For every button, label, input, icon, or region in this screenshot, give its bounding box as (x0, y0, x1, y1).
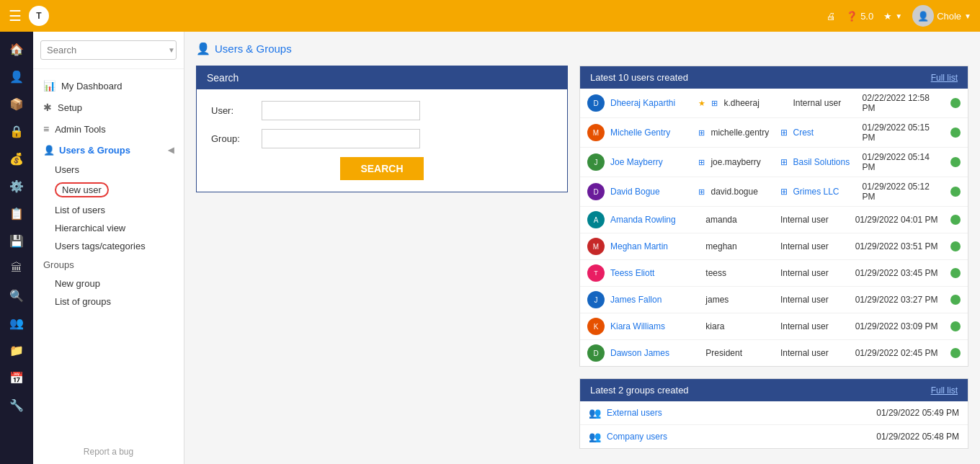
hamburger-icon[interactable]: ☰ (9, 7, 22, 24)
table-row[interactable]: M Michelle Gentry⊞ michelle.gentry ⊞ Cre… (580, 118, 968, 148)
icon-bar-group[interactable]: 👥 (2, 310, 31, 336)
table-row[interactable]: D Dheeraj Kaparthi★⊞ k.dheeraj Internal … (580, 89, 968, 118)
icon-bar: 🏠 👤 📦 🔒 💰 ⚙️ 📋 💾 🏛 🔍 👥 📁 📅 🔧 (0, 32, 33, 464)
latest-users-header: Latest 10 users created Full list (580, 66, 968, 89)
sidebar-sub-tags[interactable]: Users tags/categories (33, 237, 184, 255)
icon-bar-packages[interactable]: 📦 (2, 91, 31, 117)
user-login: james (705, 295, 775, 305)
avatar: D (587, 344, 605, 362)
search-button[interactable]: SEARCH (340, 157, 423, 180)
table-row[interactable]: D Dawson James President Internal user 0… (580, 340, 968, 366)
company-icon: ⊞ (780, 187, 788, 197)
section-title-label: Users & Groups (59, 145, 130, 156)
table-row[interactable]: D David Bogue⊞ david.bogue ⊞ Grimes LLC … (580, 177, 968, 207)
user-date: 01/29/2022 05:12 PM (863, 182, 945, 202)
latest-users-title: Latest 10 users created (590, 72, 688, 83)
list-item[interactable]: 👥 External users 01/29/2022 05:49 PM (580, 401, 968, 425)
user-type: Internal user (780, 295, 850, 305)
user-name[interactable]: Dawson James (610, 348, 700, 358)
user-type: Internal user (780, 321, 850, 331)
sidebar-item-admin-tools[interactable]: ≡ Admin Tools (33, 118, 184, 140)
sidebar-search-box[interactable]: ▼ (40, 40, 177, 60)
icon-bar-save[interactable]: 💾 (2, 228, 31, 254)
content-area: 👤 Users & Groups Search User: (184, 32, 980, 464)
user-name[interactable]: Kiara Williams (610, 321, 700, 331)
icon-bar-search[interactable]: 🔍 (2, 282, 31, 308)
breadcrumb: 👤 Users & Groups (196, 42, 968, 55)
user-status-badge (950, 295, 961, 305)
user-type: Internal user (793, 98, 857, 108)
table-row[interactable]: M Meghan Martin meghan Internal user 01/… (580, 233, 968, 260)
new-user-highlight: New user (55, 182, 109, 197)
sidebar-sub-hierarchical[interactable]: Hierarchical view (33, 219, 184, 237)
dashboard-icon: 📊 (43, 80, 55, 92)
user-status-badge (950, 98, 961, 108)
table-row[interactable]: J Joe Mayberry⊞ joe.mayberry ⊞ Basil Sol… (580, 148, 968, 177)
user-search-label: User: (211, 105, 254, 116)
table-row[interactable]: T Teess Eliott teess Internal user 01/29… (580, 260, 968, 287)
sidebar-sub-new-group[interactable]: New group (33, 275, 184, 293)
icon-bar-settings[interactable]: ⚙️ (2, 173, 31, 199)
group-search-input[interactable] (262, 129, 420, 148)
help-circle: ❓ (846, 11, 858, 22)
group-name[interactable]: Company users (607, 432, 870, 442)
user-name[interactable]: Dheeraj Kaparthi (610, 98, 692, 108)
sidebar-sub-users[interactable]: Users (33, 161, 184, 179)
sidebar-item-dashboard[interactable]: 📊 My Dashboard (33, 75, 184, 97)
print-icon[interactable]: 🖨 (827, 11, 836, 22)
icon-bar-lock[interactable]: 🔒 (2, 118, 31, 144)
user-name[interactable]: David Bogue (610, 187, 692, 197)
group-icon: 👥 (589, 431, 601, 442)
user-login: kiara (705, 321, 775, 331)
search-dropdown-arrow[interactable]: ▼ (168, 46, 175, 54)
user-login: meghan (705, 241, 775, 251)
avatar: T (587, 264, 605, 282)
sidebar-item-setup[interactable]: ✱ Setup (33, 97, 184, 118)
user-login: teess (705, 268, 775, 278)
user-type: Basil Solutions (793, 157, 857, 167)
sidebar-sub-list-users[interactable]: List of users (33, 201, 184, 219)
sidebar-sub-list-groups[interactable]: List of groups (33, 293, 184, 311)
icon-bar-list[interactable]: 📋 (2, 200, 31, 226)
list-item[interactable]: 👥 Company users 01/29/2022 05:48 PM (580, 425, 968, 448)
user-name[interactable]: Amanda Rowling (610, 215, 700, 225)
icon-bar-home[interactable]: 🏠 (2, 36, 31, 62)
sidebar-section-users-groups[interactable]: 👤 Users & Groups ◀ (33, 140, 184, 161)
user-date: 01/29/2022 03:51 PM (855, 241, 945, 251)
icon-bar-wrench[interactable]: 🔧 (2, 392, 31, 418)
user-type: Grimes LLC (793, 187, 857, 197)
groups-full-list-link[interactable]: Full list (931, 385, 958, 396)
user-name-label: Chole (937, 11, 961, 22)
table-row[interactable]: J James Fallon james Internal user 01/29… (580, 287, 968, 313)
icon-bar-folder[interactable]: 📁 (2, 337, 31, 363)
report-bug-link[interactable]: Report a bug (33, 440, 184, 464)
table-row[interactable]: A Amanda Rowling amanda Internal user 01… (580, 207, 968, 233)
user-name[interactable]: Meghan Martin (610, 241, 700, 251)
latest-groups-panel: Latest 2 groups created Full list 👥 Exte… (579, 378, 968, 449)
icon-bar-users[interactable]: 👤 (2, 63, 31, 89)
users-full-list-link[interactable]: Full list (931, 73, 958, 83)
icon-bar-building[interactable]: 🏛 (2, 255, 31, 281)
icon-bar-money[interactable]: 💰 (2, 146, 31, 171)
sidebar-search-input[interactable] (47, 45, 168, 55)
right-panels: Latest 10 users created Full list D Dhee… (579, 66, 968, 449)
group-search-label: Group: (211, 133, 254, 144)
help-icon[interactable]: ❓ 5.0 (846, 11, 873, 22)
user-name[interactable]: James Fallon (610, 295, 700, 305)
user-type: Internal user (780, 348, 850, 358)
icon-bar-calendar[interactable]: 📅 (2, 365, 31, 391)
user-menu[interactable]: 👤 Chole ▼ (912, 5, 971, 27)
user-name[interactable]: Teess Eliott (610, 268, 700, 278)
user-name[interactable]: Michelle Gentry (610, 128, 692, 138)
search-panel-header: Search (197, 66, 567, 89)
user-status-badge (950, 268, 961, 278)
sidebar-sub-new-user[interactable]: New user (33, 179, 184, 201)
user-status-badge (950, 128, 961, 138)
user-type: Internal user (780, 215, 850, 225)
group-name[interactable]: External users (607, 408, 870, 418)
star-icon[interactable]: ★ ▼ (883, 11, 902, 22)
user-login: President (705, 348, 775, 358)
user-name[interactable]: Joe Mayberry (610, 157, 692, 167)
table-row[interactable]: K Kiara Williams kiara Internal user 01/… (580, 313, 968, 340)
user-search-input[interactable] (262, 101, 420, 120)
